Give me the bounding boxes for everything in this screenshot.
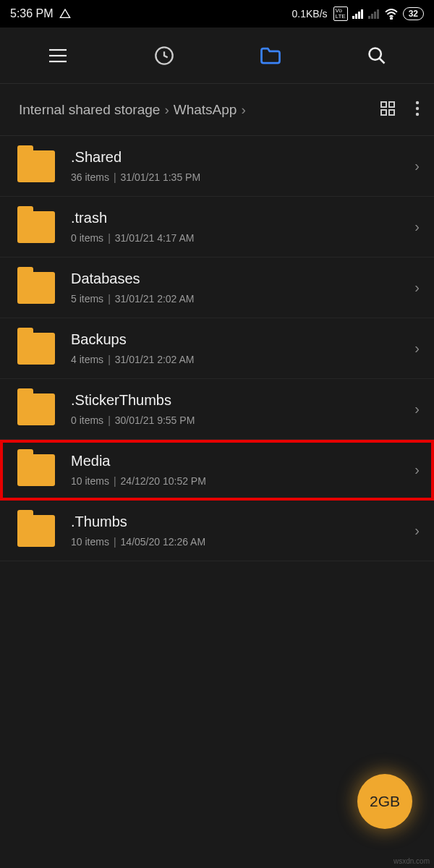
- folder-icon: [17, 272, 55, 304]
- svg-rect-4: [368, 16, 370, 19]
- svg-point-20: [416, 106, 419, 109]
- folder-name: .Shared: [71, 149, 414, 166]
- recent-tab[interactable]: [142, 46, 186, 66]
- chevron-right-icon: ›: [414, 340, 420, 357]
- folder-subtitle: 10 items|24/12/20 10:52 PM: [71, 475, 414, 487]
- folder-row[interactable]: .Thumbs10 items|14/05/20 12:26 AM›: [0, 501, 434, 561]
- breadcrumb-bar: Internal shared storage › WhatsApp ›: [0, 84, 434, 136]
- folder-row[interactable]: Databases5 items|31/01/21 2:02 AM›: [0, 258, 434, 318]
- folder-icon: [17, 454, 55, 486]
- browse-tab[interactable]: [249, 46, 292, 65]
- chevron-right-icon: ›: [414, 218, 420, 235]
- app-toolbar: [0, 27, 434, 84]
- svg-rect-7: [377, 9, 379, 19]
- svg-rect-6: [374, 12, 376, 19]
- folder-subtitle: 0 items|31/01/21 4:17 AM: [71, 232, 414, 244]
- svg-rect-15: [381, 102, 386, 107]
- chevron-right-icon: ›: [414, 158, 420, 174]
- folder-name: .Thumbs: [71, 514, 414, 530]
- folder-row[interactable]: .StickerThumbs0 items|30/01/21 9:55 PM›: [0, 379, 434, 440]
- folder-row[interactable]: Media10 items|24/12/20 10:52 PM›: [0, 440, 434, 501]
- svg-point-19: [416, 101, 419, 103]
- chevron-right-icon: ›: [414, 522, 420, 539]
- chevron-right-icon: ›: [414, 461, 420, 478]
- breadcrumb-segment[interactable]: Internal shared storage: [19, 102, 160, 118]
- signal-icon: [352, 9, 364, 19]
- folder-icon: [17, 393, 55, 425]
- grid-view-button[interactable]: [379, 100, 396, 120]
- storage-cleaner-fab[interactable]: 2GB: [357, 774, 412, 829]
- svg-point-21: [416, 112, 419, 115]
- folder-name: .trash: [71, 210, 414, 226]
- signal-icon-2: [368, 9, 380, 19]
- volte-icon: VoLTE: [333, 7, 348, 21]
- chevron-right-icon: ›: [164, 102, 169, 118]
- folder-icon: [17, 515, 55, 547]
- folder-subtitle: 36 items|31/01/21 1:35 PM: [71, 171, 414, 183]
- chevron-right-icon: ›: [414, 401, 420, 417]
- battery-indicator: 32: [403, 7, 424, 20]
- folder-name: Backups: [71, 331, 414, 348]
- folder-subtitle: 0 items|30/01/21 9:55 PM: [71, 414, 414, 426]
- status-bar: 5:36 PM 0.1KB/s VoLTE 32: [0, 0, 434, 27]
- menu-button[interactable]: [36, 48, 80, 64]
- chevron-right-icon: ›: [414, 279, 420, 296]
- svg-rect-16: [389, 102, 394, 107]
- svg-rect-5: [371, 14, 373, 19]
- svg-line-14: [379, 58, 384, 63]
- svg-rect-17: [381, 110, 386, 115]
- svg-point-8: [390, 17, 391, 19]
- status-time: 5:36 PM: [10, 7, 54, 20]
- folder-subtitle: 10 items|14/05/20 12:26 AM: [71, 536, 414, 548]
- folder-subtitle: 4 items|31/01/21 2:02 AM: [71, 354, 414, 365]
- folder-icon: [17, 333, 55, 365]
- folder-list: .Shared36 items|31/01/21 1:35 PM›.trash0…: [0, 136, 434, 561]
- breadcrumb[interactable]: Internal shared storage › WhatsApp ›: [19, 102, 246, 118]
- folder-name: Media: [71, 453, 414, 469]
- search-button[interactable]: [355, 46, 399, 66]
- wifi-icon: [384, 8, 399, 20]
- fab-label: 2GB: [370, 793, 400, 810]
- folder-row[interactable]: .Shared36 items|31/01/21 1:35 PM›: [0, 136, 434, 197]
- breadcrumb-segment[interactable]: WhatsApp: [174, 102, 237, 118]
- svg-rect-0: [352, 16, 354, 19]
- folder-name: Databases: [71, 271, 414, 287]
- svg-rect-3: [361, 9, 363, 19]
- network-speed: 0.1KB/s: [292, 8, 328, 20]
- watermark: wsxdn.com: [393, 857, 430, 865]
- svg-rect-2: [358, 12, 360, 19]
- chevron-right-icon: ›: [241, 102, 245, 118]
- svg-rect-18: [389, 110, 394, 115]
- svg-point-13: [369, 48, 380, 59]
- folder-subtitle: 5 items|31/01/21 2:02 AM: [71, 293, 414, 305]
- folder-icon: [17, 211, 55, 243]
- folder-row[interactable]: .trash0 items|31/01/21 4:17 AM›: [0, 197, 434, 258]
- triangle-alert-icon: [59, 8, 71, 20]
- folder-name: .StickerThumbs: [71, 392, 414, 409]
- more-options-button[interactable]: [415, 100, 420, 120]
- folder-row[interactable]: Backups4 items|31/01/21 2:02 AM›: [0, 318, 434, 379]
- folder-icon: [17, 150, 55, 182]
- svg-rect-1: [355, 14, 357, 19]
